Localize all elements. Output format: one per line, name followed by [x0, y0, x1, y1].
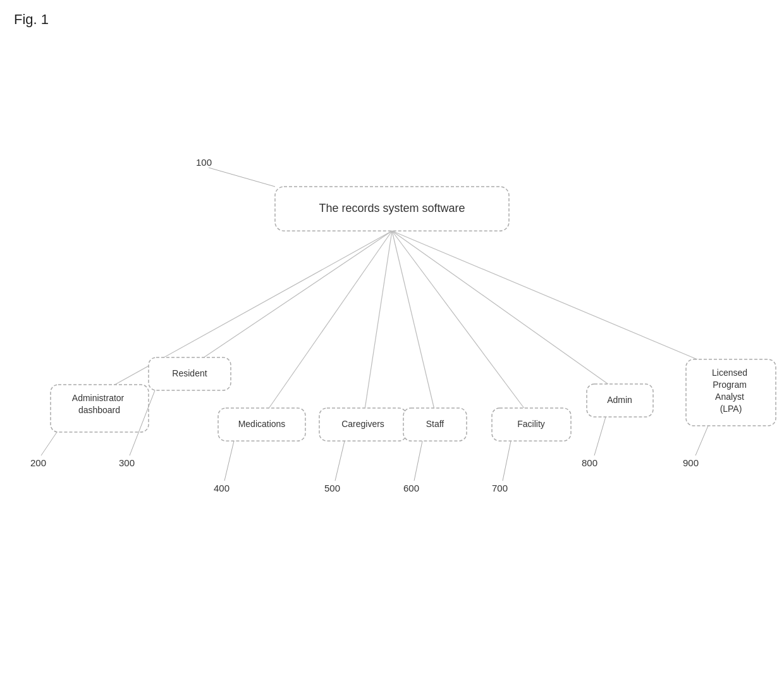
- ref-500-text: 500: [324, 483, 340, 493]
- line-to-lpa: [392, 231, 730, 373]
- facility-node-label: Facility: [517, 419, 545, 429]
- ref-700-text: 700: [492, 483, 508, 493]
- ref-900-line: [695, 426, 708, 455]
- line-to-facility: [392, 231, 531, 418]
- ref-400-text: 400: [214, 483, 230, 493]
- ref-200-text: 200: [30, 457, 46, 468]
- ref-100-line: [209, 168, 275, 187]
- admin-node-label: Admin: [607, 395, 632, 405]
- ref-800-line: [594, 417, 606, 455]
- diagram-container: Fig. 1 The records system software 100 A…: [0, 0, 784, 694]
- ref-300-text: 300: [119, 457, 135, 468]
- ref-400-line: [224, 441, 234, 481]
- line-to-medications: [262, 231, 392, 418]
- ref-900-text: 900: [683, 457, 699, 468]
- line-to-caregivers: [364, 231, 392, 418]
- line-to-staff: [392, 231, 436, 418]
- resident-node-label: Resident: [172, 368, 207, 378]
- ref-600-text: 600: [403, 483, 419, 493]
- ref-800-text: 800: [582, 457, 597, 468]
- caregivers-node-label: Caregivers: [341, 419, 384, 429]
- root-node-label: The records system software: [319, 202, 465, 214]
- ref-700-line: [503, 441, 511, 481]
- ref-100-text: 100: [196, 157, 212, 168]
- staff-node-label: Staff: [426, 419, 444, 429]
- line-to-resident: [190, 231, 392, 367]
- ref-500-line: [335, 441, 345, 481]
- line-to-admin: [392, 231, 620, 392]
- ref-600-line: [414, 441, 422, 481]
- medications-node-label: Medications: [238, 419, 286, 429]
- fig-label: Fig. 1: [14, 11, 49, 27]
- line-to-admin-dash: [101, 231, 392, 392]
- ref-200-line: [41, 432, 57, 455]
